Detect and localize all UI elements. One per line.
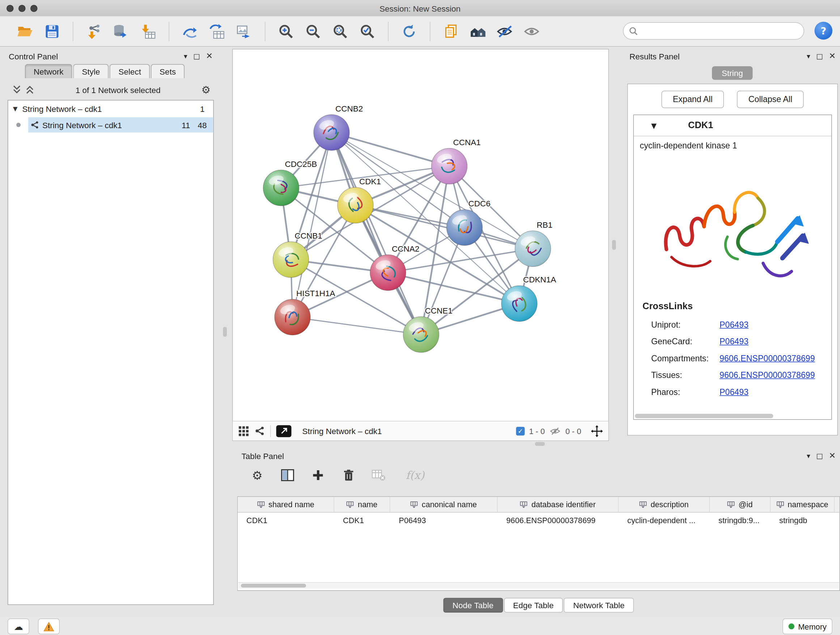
close-panel-icon[interactable]: ✕ (829, 451, 836, 460)
network-row[interactable]: String Network – cdk1 11 48 (8, 117, 213, 133)
collapse-panel-icon[interactable]: ▾ (807, 452, 810, 459)
float-panel-icon[interactable]: □ (193, 52, 200, 60)
import-network-from-database-button[interactable] (111, 21, 131, 41)
expand-all-button[interactable]: Expand All (661, 91, 724, 108)
network-node-cdkn1a[interactable]: CDKN1A (501, 275, 556, 321)
network-edge[interactable] (293, 317, 422, 334)
collapse-panel-icon[interactable]: ▾ (807, 52, 810, 60)
birds-eye-view-button[interactable] (276, 425, 292, 437)
refresh-button[interactable] (399, 21, 419, 41)
table-panel-title: Table Panel (242, 451, 284, 461)
network-edge[interactable] (332, 133, 422, 334)
crosslink-link[interactable]: P06493 (720, 387, 748, 397)
show-hide-annotations-button[interactable] (496, 21, 515, 41)
right-splitter-handle[interactable] (612, 240, 616, 250)
column-header-description[interactable]: description (619, 497, 710, 512)
import-table-from-file-button[interactable] (139, 21, 158, 41)
save-session-button[interactable] (42, 21, 62, 41)
network-node-hist1h1a[interactable]: HIST1H1A (275, 289, 335, 335)
tab-style[interactable]: Style (73, 64, 109, 78)
crosslink-row: Pharos:P06493 (634, 383, 831, 401)
plus-icon (312, 469, 324, 481)
cloud-status-button[interactable]: ☁ (8, 619, 29, 635)
delete-table-button[interactable] (371, 467, 387, 483)
column-header--id[interactable]: @id (710, 497, 771, 512)
crosslink-link[interactable]: 9606.ENSP00000378699 (720, 370, 815, 380)
left-splitter-handle[interactable] (223, 327, 227, 337)
import-network-from-file-button[interactable] (84, 21, 104, 41)
apply-function-button[interactable]: f(x) (401, 467, 429, 483)
memory-button[interactable]: Memory (783, 619, 832, 635)
tree-expanded-icon[interactable]: ▼ (8, 105, 22, 112)
tab-string[interactable]: String (712, 66, 753, 80)
column-header-database-identifier[interactable]: database identifier (498, 497, 619, 512)
zoom-fit-content-button[interactable] (331, 21, 350, 41)
crosslink-link[interactable]: P06493 (720, 320, 748, 329)
show-columns-button[interactable] (279, 467, 296, 483)
crosslink-link[interactable]: P06493 (720, 336, 748, 346)
selected-nodes-checkbox-icon[interactable]: ✓ (516, 426, 524, 435)
delete-column-button[interactable] (340, 467, 357, 483)
bottom-splitter-handle[interactable] (535, 442, 545, 446)
node-table[interactable]: shared namenamecanonical namedatabase id… (237, 496, 840, 591)
network-edge[interactable] (332, 133, 450, 166)
open-in-browser-button[interactable] (441, 21, 461, 41)
help-button[interactable]: ? (815, 22, 833, 40)
node-details-card: ▼ CDK1 cyclin-dependent kinase 1 (633, 115, 832, 420)
close-panel-icon[interactable]: ✕ (829, 52, 836, 60)
network-node-ccnb1[interactable]: CCNB1 (273, 231, 322, 278)
float-panel-icon[interactable]: □ (816, 52, 823, 60)
zoom-in-button[interactable] (276, 21, 296, 41)
show-graphics-details-button[interactable] (523, 21, 542, 41)
column-header-canonical-name[interactable]: canonical name (390, 497, 498, 512)
network-share-icon[interactable] (255, 426, 265, 436)
collapse-panel-icon[interactable]: ▾ (184, 52, 187, 60)
new-network-from-selection-button[interactable] (207, 21, 227, 41)
results-horizontal-scrollbar[interactable] (635, 414, 773, 418)
column-header-namespace[interactable]: namespace (771, 497, 835, 512)
table-settings-button[interactable]: ⚙ (249, 467, 265, 483)
export-image-button[interactable] (234, 21, 254, 41)
warnings-button[interactable] (38, 619, 60, 635)
columns-icon (281, 469, 294, 481)
add-column-button[interactable] (310, 467, 326, 483)
network-canvas[interactable]: CCNB2CCNA1CDC25BCDK1CDC6RB1CCNB1CCNA2CDK… (233, 50, 608, 421)
tree-expanded-icon[interactable]: ▼ (651, 121, 657, 130)
selected-network-row[interactable]: String Network – cdk1 11 48 (28, 117, 213, 133)
search-input[interactable] (623, 22, 804, 40)
network-node-cdc6[interactable]: CDC6 (447, 199, 491, 245)
tab-sets[interactable]: Sets (151, 64, 185, 78)
float-panel-icon[interactable]: □ (816, 452, 823, 459)
tab-edge-table[interactable]: Edge Table (504, 598, 563, 613)
table-horizontal-scrollbar[interactable] (238, 582, 840, 589)
network-collection-row[interactable]: ▼ String Network – cdk1 1 (8, 101, 213, 117)
collapse-all-button[interactable]: Collapse All (737, 91, 804, 108)
network-node-ccna1[interactable]: CCNA1 (431, 138, 481, 184)
open-session-button[interactable] (15, 21, 35, 41)
import-network-file-icon (86, 23, 102, 40)
grid-view-icon[interactable] (238, 425, 249, 436)
network-edge[interactable] (355, 205, 533, 249)
zoom-out-button[interactable] (303, 21, 323, 41)
expand-all-tree-icon[interactable] (12, 85, 22, 95)
tab-network[interactable]: Network (25, 64, 73, 78)
tab-node-table[interactable]: Node Table (443, 598, 502, 613)
gear-icon[interactable]: ⚙ (201, 84, 210, 96)
crosslink-link[interactable]: 9606.ENSP00000378699 (720, 353, 815, 363)
tab-network-table[interactable]: Network Table (564, 598, 634, 613)
scrollbar-thumb[interactable] (241, 584, 306, 588)
network-node-ccnb2[interactable]: CCNB2 (314, 104, 363, 150)
network-node-cdc25b[interactable]: CDC25B (264, 160, 317, 206)
node-details-header[interactable]: ▼ CDK1 (634, 115, 831, 136)
network-node-rb1[interactable]: RB1 (515, 220, 553, 267)
tab-select[interactable]: Select (110, 64, 150, 78)
column-header-shared-name[interactable]: shared name (238, 497, 334, 512)
home-button[interactable] (469, 21, 488, 41)
zoom-selected-button[interactable] (358, 21, 377, 41)
new-network-button[interactable] (180, 21, 200, 41)
table-row[interactable]: CDK1CDK1P064939606.ENSP00000378699cyclin… (238, 513, 840, 527)
close-panel-icon[interactable]: ✕ (206, 52, 213, 60)
column-header-name[interactable]: name (334, 497, 390, 512)
move-crosshair-icon[interactable] (591, 425, 603, 437)
collapse-all-tree-icon[interactable] (25, 85, 35, 95)
